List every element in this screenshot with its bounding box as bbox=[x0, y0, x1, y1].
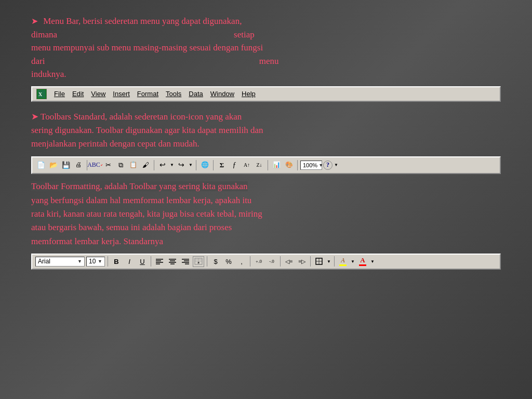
function-button[interactable] bbox=[229, 159, 240, 171]
sort-desc-button[interactable]: Z↓ bbox=[254, 159, 265, 171]
save-button[interactable] bbox=[60, 159, 72, 171]
align-center-button[interactable] bbox=[167, 256, 178, 267]
menu-data[interactable]: Data bbox=[185, 89, 206, 99]
borders-button[interactable] bbox=[313, 256, 325, 267]
fmt-sep6 bbox=[310, 256, 311, 267]
merge-center-button[interactable]: a bbox=[193, 256, 204, 267]
align-center-icon bbox=[169, 258, 176, 264]
zoom-dropdown-arrow: ▼ bbox=[318, 163, 323, 168]
font-size-dropdown[interactable]: 10 ▼ bbox=[86, 257, 105, 267]
fmt-sep2 bbox=[151, 256, 151, 267]
highlight-color-bar bbox=[339, 264, 347, 266]
sep2 bbox=[154, 160, 154, 170]
svg-text:a: a bbox=[197, 260, 200, 264]
standard-toolbar-box: ABC✓ 🖌 ▼ ▼ A↑ Z↓ bbox=[31, 156, 501, 174]
print-button[interactable] bbox=[73, 159, 84, 171]
menu-help[interactable]: Help bbox=[238, 89, 259, 99]
font-color-dropdown[interactable]: ▼ bbox=[370, 256, 375, 267]
increase-indent-button[interactable]: ≡▷ bbox=[296, 256, 308, 267]
merge-icon: a bbox=[194, 258, 203, 265]
partial-text-overlay: Toolbar Formatting, adalah Toolbar yang … bbox=[31, 181, 248, 191]
decrease-decimal-button[interactable]: -.0 bbox=[266, 256, 277, 267]
menu-insert[interactable]: Insert bbox=[110, 89, 133, 99]
fmt-sep5 bbox=[280, 256, 281, 267]
font-name-value: Arial bbox=[38, 258, 76, 265]
sep6 bbox=[297, 160, 298, 170]
comma-button[interactable]: , bbox=[236, 256, 247, 267]
fmt-sep1 bbox=[108, 256, 108, 267]
draw-button[interactable] bbox=[283, 159, 295, 171]
underline-button[interactable]: U bbox=[137, 256, 148, 267]
paste-button[interactable] bbox=[127, 159, 139, 171]
menu-edit[interactable]: Edit bbox=[69, 89, 87, 99]
font-color-bar bbox=[359, 264, 366, 266]
font-size-value: 10 bbox=[89, 258, 97, 265]
percent-button[interactable]: % bbox=[223, 256, 234, 267]
font-name-arrow: ▼ bbox=[77, 259, 82, 264]
font-size-arrow: ▼ bbox=[98, 259, 102, 264]
partial-toolbar-text: Toolbar Formatting, adalah Toolbar yang … bbox=[31, 181, 501, 192]
chart-button[interactable] bbox=[271, 159, 282, 171]
formatting-description: yang berfungsi dalam hal memformat lemba… bbox=[31, 194, 501, 248]
undo-button[interactable] bbox=[157, 159, 168, 171]
copy-button[interactable] bbox=[115, 159, 126, 171]
formatting-text: yang berfungsi dalam hal memformat lemba… bbox=[31, 195, 262, 246]
menubar-box: X File Edit View Insert Format Tools Dat… bbox=[31, 86, 501, 102]
zoom-box[interactable]: 100% ▼ bbox=[300, 161, 322, 170]
decrease-indent-button[interactable]: ◁≡ bbox=[283, 256, 295, 267]
bullet-arrow-2: ➤ bbox=[31, 112, 38, 122]
bullet-arrow: ➤ bbox=[31, 17, 38, 25]
hyperlink-button[interactable] bbox=[199, 159, 210, 171]
align-left-button[interactable] bbox=[154, 256, 165, 267]
zoom-value: 100% bbox=[303, 162, 317, 168]
font-color-icon: A bbox=[360, 256, 365, 264]
section-formatting: Toolbar Formatting, adalah Toolbar yang … bbox=[31, 181, 501, 270]
align-right-button[interactable] bbox=[180, 256, 191, 267]
formatting-toolbar-box: Arial ▼ 10 ▼ B I U bbox=[31, 254, 501, 270]
redo-dropdown[interactable]: ▼ bbox=[188, 159, 193, 171]
fmt-sep7 bbox=[334, 256, 335, 267]
help-button[interactable]: ? bbox=[323, 161, 332, 170]
bold-button[interactable]: B bbox=[111, 256, 122, 267]
excel-icon: X bbox=[36, 89, 47, 99]
menu-view[interactable]: View bbox=[88, 89, 109, 99]
sort-asc-button[interactable]: A↑ bbox=[241, 159, 252, 171]
menu-window[interactable]: Window bbox=[207, 89, 237, 99]
format-painter-button[interactable]: 🖌 bbox=[140, 159, 151, 171]
align-right-icon bbox=[182, 258, 189, 264]
slide-content: ➤ Menu Bar, berisi sederetan menu yang d… bbox=[0, 0, 532, 399]
menu-format[interactable]: Format bbox=[134, 89, 162, 99]
fmt-sep4 bbox=[250, 256, 250, 267]
menubar-text: Menu Bar, berisi sederetan menu yang dap… bbox=[31, 16, 278, 79]
menu-file[interactable]: File bbox=[51, 89, 68, 99]
borders-icon bbox=[315, 258, 323, 265]
align-left-icon bbox=[156, 258, 163, 264]
svg-text:X: X bbox=[38, 91, 43, 97]
menubar-description: ➤ Menu Bar, berisi sederetan menu yang d… bbox=[31, 15, 501, 81]
toolbar-text: Toolbars Standard, adalah sederetan icon… bbox=[31, 112, 263, 149]
undo-dropdown[interactable]: ▼ bbox=[169, 159, 175, 171]
italic-button[interactable]: I bbox=[124, 256, 135, 267]
highlight-button[interactable]: A bbox=[337, 256, 349, 267]
font-color-button[interactable]: A bbox=[357, 256, 368, 267]
borders-dropdown[interactable]: ▼ bbox=[326, 256, 331, 267]
sep4 bbox=[213, 160, 214, 170]
highlight-dropdown[interactable]: ▼ bbox=[350, 256, 355, 267]
cut-button[interactable] bbox=[102, 159, 114, 171]
menu-tools[interactable]: Tools bbox=[163, 89, 184, 99]
autosum-button[interactable] bbox=[216, 159, 228, 171]
spelling-button[interactable]: ABC✓ bbox=[90, 159, 101, 171]
new-button[interactable] bbox=[35, 159, 47, 171]
redo-button[interactable] bbox=[176, 159, 187, 171]
fmt-sep3 bbox=[207, 256, 207, 267]
section-menubar: ➤ Menu Bar, berisi sederetan menu yang d… bbox=[31, 15, 501, 102]
font-name-dropdown[interactable]: Arial ▼ bbox=[35, 257, 85, 267]
open-button[interactable] bbox=[48, 159, 59, 171]
sep3 bbox=[196, 160, 196, 170]
increase-decimal-button[interactable]: +.0 bbox=[253, 256, 264, 267]
toolbar-more[interactable]: ▼ bbox=[334, 159, 339, 171]
section-toolbar: ➤ Toolbars Standard, adalah sederetan ic… bbox=[31, 110, 501, 174]
currency-button[interactable]: $ bbox=[210, 256, 221, 267]
toolbar-description: ➤ Toolbars Standard, adalah sederetan ic… bbox=[31, 110, 501, 151]
sep5 bbox=[268, 160, 268, 170]
